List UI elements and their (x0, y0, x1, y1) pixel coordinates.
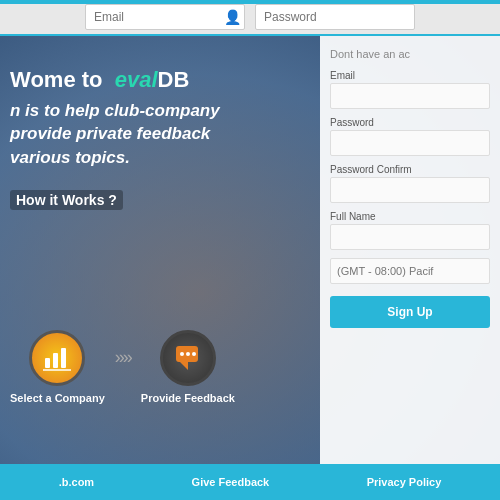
footer-privacy-link[interactable]: Privacy Policy (367, 476, 442, 488)
nav-password-wrap[interactable] (255, 4, 415, 30)
welcome-prefix: ome to (30, 67, 102, 92)
signup-confirm-field: Password Confirm (330, 164, 490, 203)
how-it-works-label: How it Works ? (10, 190, 123, 210)
step-2-icon (160, 330, 216, 386)
svg-marker-4 (180, 362, 188, 370)
svg-point-5 (180, 352, 184, 356)
footer-give-feedback-link[interactable]: Give Feedback (192, 476, 270, 488)
signup-confirm-input[interactable] (330, 177, 490, 203)
nav-password-input[interactable] (264, 10, 394, 24)
tagline-line1: n is to help club-company (10, 101, 220, 120)
signup-password-field: Password (330, 117, 490, 156)
signup-button[interactable]: Sign Up (330, 296, 490, 328)
svg-rect-1 (53, 353, 58, 368)
footer: .b.com Give Feedback Privacy Policy (0, 464, 500, 500)
brand-db: DB (158, 67, 190, 92)
hero-title: Wome to evalDB (10, 66, 220, 95)
signup-email-field: Email (330, 70, 490, 109)
step-2: Provide Feedback (141, 330, 235, 404)
nav-email-input[interactable] (94, 10, 224, 24)
step-2-label: Provide Feedback (141, 392, 235, 404)
hero-tagline: n is to help club-company provide privat… (10, 99, 220, 170)
signup-panel: Dont have an ac Email Password Password … (320, 36, 500, 464)
signup-timezone-field (330, 258, 490, 284)
signup-email-label: Email (330, 70, 490, 81)
svg-rect-0 (45, 358, 50, 368)
top-navbar: 👤 (0, 0, 500, 36)
svg-point-7 (192, 352, 196, 356)
signup-heading: Dont have an ac (330, 48, 490, 60)
svg-point-6 (186, 352, 190, 356)
step-1: Select a Company (10, 330, 105, 404)
footer-site-link[interactable]: .b.com (59, 476, 94, 488)
signup-confirm-label: Password Confirm (330, 164, 490, 175)
steps-row: Select a Company »» Provide Feedback (10, 330, 235, 404)
signup-fullname-field: Full Name (330, 211, 490, 250)
nav-email-wrap[interactable]: 👤 (85, 4, 245, 30)
tagline-line2: provide private feedback (10, 124, 210, 143)
signup-timezone-input[interactable] (330, 258, 490, 284)
signup-password-label: Password (330, 117, 490, 128)
signup-fullname-input[interactable] (330, 224, 490, 250)
signup-email-input[interactable] (330, 83, 490, 109)
tagline-line3: various topics. (10, 148, 130, 167)
signup-password-input[interactable] (330, 130, 490, 156)
signup-fullname-label: Full Name (330, 211, 490, 222)
step-arrow: »» (105, 347, 141, 388)
svg-rect-2 (61, 348, 66, 368)
step-1-icon (29, 330, 85, 386)
step-1-label: Select a Company (10, 392, 105, 404)
top-cyan-bar (0, 0, 500, 4)
brand-eval: eval (115, 67, 158, 92)
hero-text-block: Wome to evalDB n is to help club-company… (10, 66, 220, 210)
user-icon: 👤 (224, 9, 241, 25)
